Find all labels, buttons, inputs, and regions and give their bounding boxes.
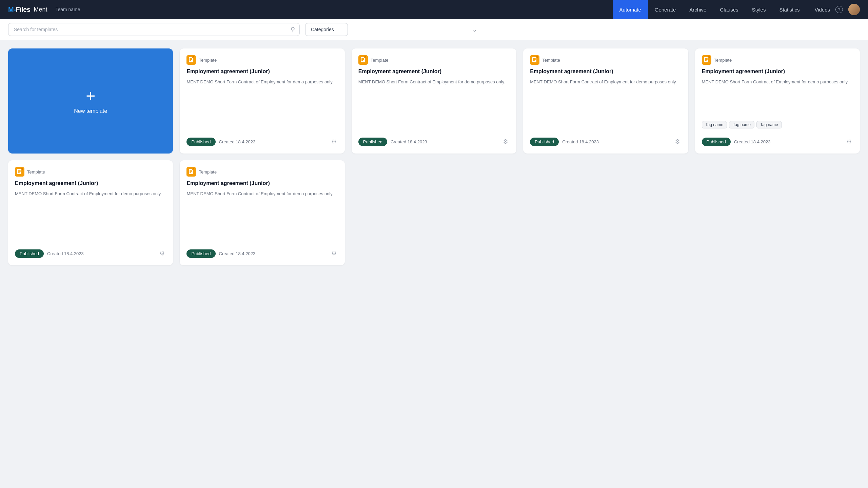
chevron-down-icon: ⌄ [472,26,477,33]
card-title: Employment agreement (Junior) [702,68,853,75]
card-type-label: Template [27,169,45,175]
nav-automate[interactable]: Automate [613,0,648,19]
card-tags: Tag name Tag name Tag name [702,121,853,128]
template-grid: + New template Template Employment agree… [0,40,868,273]
svg-rect-27 [18,171,21,172]
svg-rect-28 [18,172,20,173]
navbar: M-Files Ment Team name Automate Generate… [0,0,868,19]
template-file-icon [702,55,711,65]
nav-clauses[interactable]: Clauses [713,0,745,19]
template-file-icon [358,55,368,65]
card-title: Employment agreement (Junior) [358,68,510,75]
settings-icon[interactable]: ⚙ [330,137,338,147]
svg-rect-22 [705,60,707,61]
nav-statistics[interactable]: Statistics [772,0,806,19]
card-date: Created 18.4.2023 [734,139,845,144]
card-type-row: Template [186,55,338,65]
nav-archive[interactable]: Archive [683,0,713,19]
card-type-row: Template [702,55,853,65]
settings-icon[interactable]: ⚙ [673,137,682,147]
card-type-row: Template [530,55,681,65]
svg-rect-26 [18,170,21,171]
card-description: MENT DEMO Short Form Contract of Employm… [186,190,338,244]
svg-rect-9 [361,59,364,60]
search-input[interactable] [8,23,300,36]
videos-link[interactable]: Videos [814,7,830,13]
new-template-card[interactable]: + New template [8,48,173,154]
card-date: Created 18.4.2023 [219,251,330,256]
card-description: MENT DEMO Short Form Contract of Employm… [186,79,338,133]
card-title: Employment agreement (Junior) [186,180,338,187]
template-card: Template Employment agreement (Junior) M… [695,48,860,154]
settings-icon[interactable]: ⚙ [501,137,510,147]
nav-generate[interactable]: Generate [648,0,683,19]
card-type-label: Template [371,58,389,63]
card-date: Created 18.4.2023 [391,139,501,144]
card-type-row: Template [186,167,338,177]
svg-rect-32 [190,170,192,171]
svg-rect-33 [190,171,192,172]
card-description: MENT DEMO Short Form Contract of Employm… [530,79,681,133]
card-footer: Published Created 18.4.2023 ⚙ [530,133,681,147]
svg-rect-14 [533,58,536,59]
published-badge: Published [186,138,215,146]
published-badge: Published [530,138,559,146]
template-file-icon [530,55,539,65]
categories-select[interactable]: Categories [305,23,348,36]
template-file-icon [186,55,196,65]
svg-rect-3 [190,59,192,60]
svg-rect-4 [190,60,191,61]
published-badge: Published [358,138,387,146]
help-icon[interactable]: ? [835,6,843,13]
svg-rect-34 [190,172,191,173]
nav-right: Videos ? [814,4,860,15]
svg-rect-20 [705,58,708,59]
svg-rect-10 [361,60,363,61]
team-name: Team name [55,7,80,12]
search-bar-section: ⚲ Categories ⌄ [0,19,868,40]
template-file-icon [15,167,24,177]
published-badge: Published [702,138,731,146]
svg-rect-21 [705,59,708,60]
avatar-image [848,4,860,15]
published-badge: Published [186,249,215,258]
avatar[interactable] [848,4,860,15]
tag-2: Tag name [729,121,754,128]
new-template-plus-icon: + [86,88,95,104]
template-file-icon [186,167,196,177]
brand: M-Files Ment [8,6,47,14]
card-title: Employment agreement (Junior) [186,68,338,75]
card-footer: Published Created 18.4.2023 ⚙ [702,133,853,147]
card-title: Employment agreement (Junior) [15,180,166,187]
settings-icon[interactable]: ⚙ [845,137,853,147]
card-type-label: Template [199,169,217,175]
nav-styles[interactable]: Styles [745,0,773,19]
card-type-label: Template [542,58,560,63]
brand-product: Ment [34,6,47,13]
svg-rect-16 [533,60,535,61]
svg-rect-2 [190,58,192,59]
card-title: Employment agreement (Junior) [530,68,681,75]
card-footer: Published Created 18.4.2023 ⚙ [15,244,166,259]
card-footer: Published Created 18.4.2023 ⚙ [358,133,510,147]
card-description: MENT DEMO Short Form Contract of Employm… [702,79,853,118]
new-template-label: New template [74,108,107,114]
template-card: Template Employment agreement (Junior) M… [352,48,516,154]
card-date: Created 18.4.2023 [47,251,158,256]
tag-3: Tag name [756,121,782,128]
template-card: Template Employment agreement (Junior) M… [523,48,688,154]
settings-icon[interactable]: ⚙ [330,248,338,259]
settings-icon[interactable]: ⚙ [158,248,166,259]
card-type-row: Template [358,55,510,65]
svg-rect-15 [533,59,536,60]
card-date: Created 18.4.2023 [219,139,330,144]
template-card: Template Employment agreement (Junior) M… [8,160,173,265]
card-type-label: Template [199,58,217,63]
search-icon: ⚲ [291,26,295,33]
svg-rect-8 [361,58,364,59]
brand-logo: M-Files [8,6,30,14]
card-footer: Published Created 18.4.2023 ⚙ [186,244,338,259]
card-description: MENT DEMO Short Form Contract of Employm… [358,79,510,133]
card-description: MENT DEMO Short Form Contract of Employm… [15,190,166,244]
published-badge: Published [15,249,44,258]
